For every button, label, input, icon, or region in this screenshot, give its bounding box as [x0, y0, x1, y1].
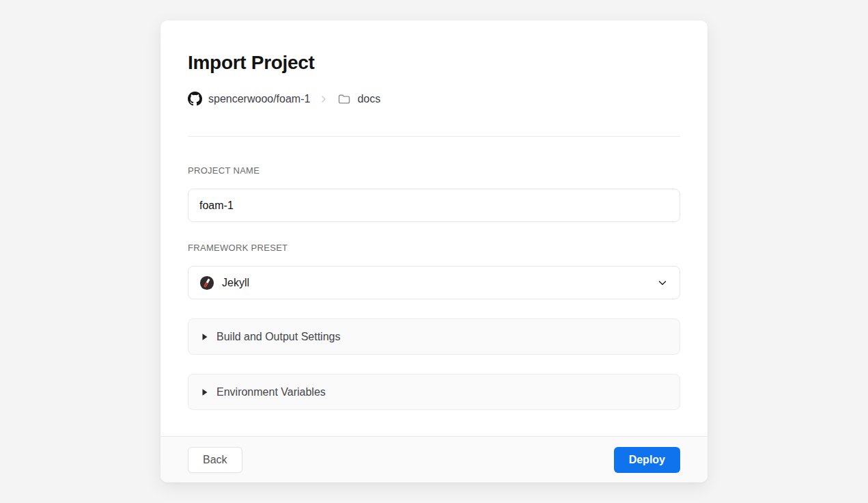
chevron-right-icon — [318, 94, 329, 105]
jekyll-logo-icon — [199, 275, 214, 290]
modal-header: Import Project spencerwooo/foam-1 docs — [160, 21, 708, 137]
deploy-button[interactable]: Deploy — [614, 447, 680, 473]
environment-variables-panel[interactable]: Environment Variables — [188, 374, 680, 410]
modal-footer: Back Deploy — [160, 436, 708, 482]
chevron-down-icon — [656, 277, 669, 289]
import-project-modal: Import Project spencerwooo/foam-1 docs P… — [160, 21, 708, 482]
project-name-field-group: PROJECT NAME — [188, 165, 680, 222]
caret-right-icon — [201, 333, 208, 341]
framework-preset-select[interactable]: Jekyll — [188, 266, 680, 299]
framework-preset-value: Jekyll — [222, 277, 649, 289]
caret-right-icon — [201, 388, 208, 396]
build-output-settings-label: Build and Output Settings — [216, 331, 340, 343]
modal-body: PROJECT NAME FRAMEWORK PRESET Jekyll — [160, 137, 708, 436]
back-button[interactable]: Back — [188, 447, 242, 473]
breadcrumb-folder[interactable]: docs — [357, 93, 380, 105]
build-output-settings-panel[interactable]: Build and Output Settings — [188, 318, 680, 355]
breadcrumb: spencerwooo/foam-1 docs — [188, 92, 680, 106]
project-name-label: PROJECT NAME — [188, 165, 680, 176]
breadcrumb-repo[interactable]: spencerwooo/foam-1 — [208, 93, 310, 105]
framework-preset-field-group: FRAMEWORK PRESET Jekyll — [188, 243, 680, 299]
page-title: Import Project — [188, 52, 680, 74]
environment-variables-label: Environment Variables — [216, 386, 326, 398]
folder-icon — [337, 92, 351, 106]
github-icon — [188, 92, 202, 106]
project-name-input[interactable] — [188, 189, 680, 222]
framework-preset-label: FRAMEWORK PRESET — [188, 243, 680, 254]
